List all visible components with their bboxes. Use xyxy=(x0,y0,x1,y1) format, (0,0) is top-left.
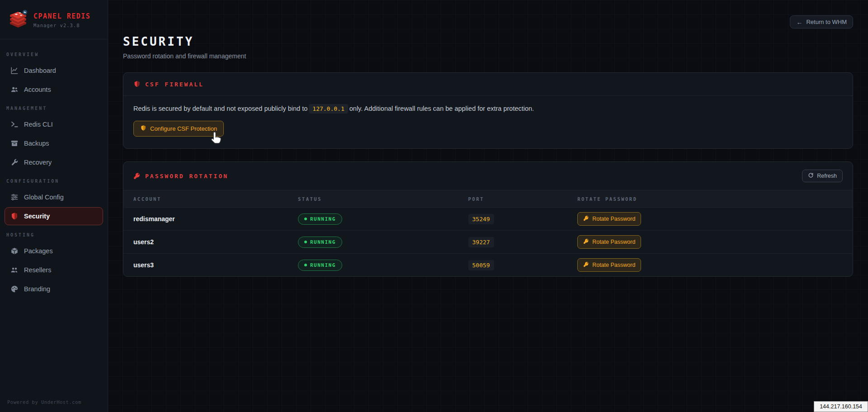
rotate-password-button[interactable]: Rotate Password xyxy=(577,212,641,226)
sidebar-item-security[interactable]: Security xyxy=(5,207,103,225)
csf-firewall-card: CSF FIREWALL Redis is secured by default… xyxy=(123,72,853,149)
rotate-password-label: Rotate Password xyxy=(592,239,635,245)
sidebar-item-label: Global Config xyxy=(24,194,64,201)
rotate-password-button[interactable]: Rotate Password xyxy=(577,258,641,272)
app-title: CPANEL REDIS xyxy=(33,12,90,20)
firewall-text-before: Redis is secured by default and not expo… xyxy=(133,105,307,112)
rotate-password-button[interactable]: Rotate Password xyxy=(577,235,641,249)
firewall-text-after: only. Additional firewall rules can be a… xyxy=(349,105,534,112)
status-badge: RUNNING xyxy=(298,213,342,225)
status-badge: RUNNING xyxy=(298,260,342,271)
app-version: Manager v2.3.8 xyxy=(33,23,90,28)
sliders-icon xyxy=(10,193,19,201)
csf-firewall-card-header: CSF FIREWALL xyxy=(123,73,853,96)
refresh-icon xyxy=(808,172,814,180)
sidebar-item-recovery[interactable]: Recovery xyxy=(5,153,103,171)
sidebar-item-redis-cli[interactable]: Redis CLI xyxy=(5,115,103,133)
sidebar-item-label: Backups xyxy=(24,140,49,147)
sidebar-item-label: Dashboard xyxy=(24,67,56,74)
table-row: users3 RUNNING 50059 Rotate Password xyxy=(123,253,853,276)
password-rotation-card-header: PASSWORD ROTATION Refresh xyxy=(123,162,853,190)
sidebar-item-label: Packages xyxy=(24,247,53,255)
return-to-whm-label: Return to WHM xyxy=(806,19,847,25)
column-status: STATUS xyxy=(298,196,468,202)
nav-section-configuration: CONFIGURATION xyxy=(5,172,103,187)
package-box-icon xyxy=(10,247,19,255)
status-dot-icon xyxy=(304,264,307,266)
return-to-whm-button[interactable]: ← Return to WHM xyxy=(790,15,853,28)
csf-firewall-card-body: Redis is secured by default and not expo… xyxy=(123,96,853,148)
sidebar-item-label: Resellers xyxy=(24,266,51,274)
port-value: 50059 xyxy=(468,260,494,270)
sidebar-item-global-config[interactable]: Global Config xyxy=(5,188,103,206)
configure-csf-button[interactable]: Configure CSF Protection xyxy=(133,121,224,137)
powered-by-footer: Powered by UnderHost.com xyxy=(0,392,108,412)
topbar: ← Return to WHM xyxy=(123,15,853,28)
palette-icon xyxy=(10,285,19,293)
shield-icon xyxy=(133,81,141,88)
sidebar-item-label: Security xyxy=(24,213,50,220)
password-rotation-card: PASSWORD ROTATION Refresh ACCOUNT STATUS… xyxy=(123,161,853,277)
sidebar-item-label: Accounts xyxy=(24,86,51,93)
key-icon xyxy=(583,261,589,269)
terminal-icon xyxy=(10,120,19,128)
sidebar-item-packages[interactable]: Packages xyxy=(5,242,103,260)
firewall-description: Redis is secured by default and not expo… xyxy=(133,105,843,112)
sidebar-item-accounts[interactable]: Accounts xyxy=(5,81,103,99)
wrench-icon xyxy=(10,158,19,166)
sidebar-item-label: Recovery xyxy=(24,159,52,166)
status-label: RUNNING xyxy=(310,262,336,268)
status-label: RUNNING xyxy=(310,239,336,245)
sidebar-nav: OVERVIEW Dashboard Accounts MANAGEMENT R… xyxy=(0,39,108,392)
nav-section-hosting: HOSTING xyxy=(5,226,103,241)
status-dot-icon xyxy=(304,218,307,220)
account-name: redismanager xyxy=(133,215,298,223)
table-header-row: ACCOUNT STATUS PORT ROTATE PASSWORD xyxy=(123,190,853,207)
shield-icon xyxy=(140,125,146,133)
main-content: ← Return to WHM SECURITY Password rotati… xyxy=(108,0,868,412)
rotate-password-label: Rotate Password xyxy=(592,216,635,222)
configure-csf-label: Configure CSF Protection xyxy=(150,125,217,132)
sidebar-item-dashboard[interactable]: Dashboard xyxy=(5,62,103,80)
users-group-icon xyxy=(10,266,19,274)
archive-icon xyxy=(10,139,19,147)
column-rotate-password: ROTATE PASSWORD xyxy=(577,196,843,202)
page-title: SECURITY xyxy=(123,35,853,48)
key-icon xyxy=(133,172,141,180)
sidebar-item-backups[interactable]: Backups xyxy=(5,134,103,152)
sidebar-item-branding[interactable]: Branding xyxy=(5,280,103,298)
sidebar: CPANEL REDIS Manager v2.3.8 OVERVIEW Das… xyxy=(0,0,108,412)
sidebar-item-label: Redis CLI xyxy=(24,121,53,128)
password-rotation-title: PASSWORD ROTATION xyxy=(145,173,228,180)
bind-address-chip: 127.0.0.1 xyxy=(309,104,348,114)
port-value: 39227 xyxy=(468,237,494,247)
table-row: redismanager RUNNING 35249 Rotate Passwo… xyxy=(123,207,853,230)
refresh-button[interactable]: Refresh xyxy=(802,170,843,182)
status-dot-icon xyxy=(304,241,307,243)
account-name: users3 xyxy=(133,261,298,269)
page-subtitle: Password rotation and firewall managemen… xyxy=(123,52,853,60)
account-name: users2 xyxy=(133,238,298,246)
key-icon xyxy=(583,215,589,223)
rotate-password-label: Rotate Password xyxy=(592,262,635,268)
shield-icon xyxy=(10,212,19,220)
sidebar-item-label: Branding xyxy=(24,285,50,293)
port-value: 35249 xyxy=(468,214,494,224)
table-row: users2 RUNNING 39227 Rotate Password xyxy=(123,230,853,253)
users-icon xyxy=(10,85,19,94)
status-label: RUNNING xyxy=(310,216,336,222)
refresh-label: Refresh xyxy=(817,173,837,179)
nav-section-overview: OVERVIEW xyxy=(5,46,103,61)
sidebar-item-resellers[interactable]: Resellers xyxy=(5,261,103,279)
app-logo-block: CPANEL REDIS Manager v2.3.8 xyxy=(0,0,108,39)
nav-section-management: MANAGEMENT xyxy=(5,99,103,114)
column-port: PORT xyxy=(468,196,578,202)
key-icon xyxy=(583,238,589,246)
redis-logo-icon xyxy=(8,9,28,31)
status-badge: RUNNING xyxy=(298,237,342,248)
csf-firewall-title: CSF FIREWALL xyxy=(145,81,204,88)
column-account: ACCOUNT xyxy=(133,196,298,202)
status-bar-url-tooltip: 144.217.160.154 xyxy=(814,401,868,412)
arrow-left-icon: ← xyxy=(796,19,802,25)
chart-line-icon xyxy=(10,66,19,75)
